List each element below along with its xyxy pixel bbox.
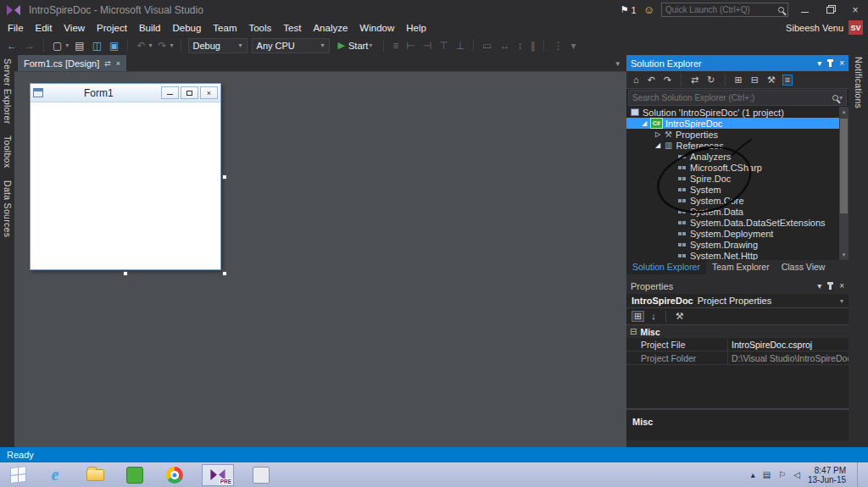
visual-studio-taskbar-button[interactable]: PRE bbox=[202, 464, 234, 486]
expander-icon[interactable]: ▷ bbox=[655, 130, 665, 138]
close-tab-icon[interactable]: × bbox=[116, 59, 120, 68]
property-value[interactable]: IntroSpireDoc.csproj bbox=[728, 338, 849, 351]
sidebar-tab-server-explorer[interactable]: Server Explorer bbox=[3, 58, 13, 124]
solution-platform-dropdown[interactable]: Any CPU ▾ bbox=[252, 38, 330, 53]
document-list-dropdown[interactable]: ▾ bbox=[615, 59, 626, 71]
volume-icon[interactable]: ◁ bbox=[793, 470, 800, 479]
start-debugging-button[interactable]: ▶ Start ▾ bbox=[334, 39, 377, 52]
forward-button[interactable]: ↷ bbox=[662, 75, 673, 86]
solution-configuration-dropdown[interactable]: Debug ▾ bbox=[188, 38, 248, 53]
solution-explorer-header[interactable]: Solution Explorer ▾ × bbox=[626, 55, 849, 71]
property-pages-button[interactable]: ⚒ bbox=[674, 311, 686, 322]
properties-object-dropdown[interactable]: IntroSpireDoc Project Properties ▾ bbox=[626, 294, 849, 308]
tree-scrollbar[interactable]: ▴ ▾ bbox=[839, 107, 849, 260]
sidebar-tab-data-sources[interactable]: Data Sources bbox=[3, 180, 13, 237]
window-position-dropdown-icon[interactable]: ▾ bbox=[817, 281, 821, 291]
account-avatar[interactable]: SV bbox=[849, 20, 863, 35]
tree-item-system-data-datasetextensions[interactable]: System.Data.DataSetExtensions bbox=[626, 217, 839, 228]
alphabetical-button[interactable]: ↓ bbox=[649, 311, 658, 322]
undo-button[interactable]: ↶ bbox=[135, 40, 147, 52]
categorized-button[interactable]: ⊞ bbox=[632, 311, 644, 322]
tree-item-spire-doc[interactable]: Spire.Doc bbox=[626, 173, 839, 184]
tab-class-view[interactable]: Class View bbox=[776, 260, 832, 274]
scrollbar-thumb[interactable] bbox=[840, 119, 848, 213]
close-panel-icon[interactable]: × bbox=[839, 58, 844, 68]
open-file-button[interactable]: ▤ bbox=[73, 40, 86, 52]
quick-launch-input[interactable] bbox=[665, 5, 778, 14]
scroll-up-icon[interactable]: ▴ bbox=[839, 108, 849, 115]
taskbar-clock[interactable]: 8:47 PM 13-Jun-15 bbox=[808, 466, 849, 484]
designer-surface[interactable]: Form1 × bbox=[14, 71, 626, 447]
menu-build[interactable]: Build bbox=[133, 21, 167, 35]
show-desktop-button[interactable] bbox=[857, 462, 861, 487]
toolbar-options-button[interactable]: ▾ bbox=[569, 40, 577, 52]
show-all-files-button[interactable]: ⊞ bbox=[733, 75, 744, 86]
scroll-down-icon[interactable]: ▾ bbox=[839, 252, 849, 258]
resize-handle-bottom[interactable] bbox=[123, 271, 128, 276]
keep-open-icon[interactable]: ⇄ bbox=[104, 59, 111, 68]
tree-item-system-core[interactable]: System.Core bbox=[626, 195, 839, 206]
resize-handle-bottom-right[interactable] bbox=[222, 271, 227, 276]
search-options-dropdown[interactable]: ▾ bbox=[839, 94, 843, 102]
show-output-button[interactable]: ≡ bbox=[391, 40, 400, 52]
account-name[interactable]: Sibeesh Venu bbox=[786, 23, 843, 33]
make-same-size-button[interactable]: ▭ bbox=[481, 40, 493, 52]
form-client-area[interactable] bbox=[31, 102, 220, 269]
menu-team[interactable]: Team bbox=[207, 21, 242, 35]
tree-item-properties[interactable]: ▷ ⚒ Properties bbox=[626, 129, 839, 140]
properties-header[interactable]: Properties ▾ × bbox=[626, 278, 849, 294]
menu-tools[interactable]: Tools bbox=[242, 21, 277, 35]
preview-selected-items-button[interactable]: ≡ bbox=[782, 75, 793, 86]
action-center-icon[interactable]: ⚐ bbox=[778, 470, 786, 479]
document-tab-form1[interactable]: Form1.cs [Design] ⇄ × bbox=[18, 55, 126, 71]
align-top-button[interactable]: ⊤ bbox=[437, 40, 449, 52]
notifications-flag-button[interactable]: ⚑ 1 bbox=[620, 4, 637, 15]
tree-item-system-data[interactable]: System.Data bbox=[626, 206, 839, 217]
menu-file[interactable]: File bbox=[2, 21, 30, 35]
start-dropdown[interactable]: ▾ bbox=[369, 42, 372, 49]
tree-item-system-deployment[interactable]: System.Deployment bbox=[626, 228, 839, 239]
sidebar-tab-toolbox[interactable]: Toolbox bbox=[3, 136, 13, 168]
property-value[interactable]: D:\Visual Studio\IntroSpireDoc\In bbox=[728, 351, 849, 364]
collapse-all-button[interactable]: ⊟ bbox=[749, 75, 760, 86]
tree-item-microsoft-csharp[interactable]: Microsoft.CSharp bbox=[626, 162, 839, 173]
form1-designer-window[interactable]: Form1 × bbox=[30, 83, 221, 270]
toolbar-overflow-button[interactable]: ⋮ bbox=[551, 40, 565, 52]
tab-team-explorer[interactable]: Team Explorer bbox=[706, 260, 776, 274]
new-file-button[interactable]: ▢ bbox=[51, 40, 64, 52]
property-row-project-folder[interactable]: Project Folder D:\Visual Studio\IntroSpi… bbox=[626, 351, 849, 365]
sync-with-active-document-button[interactable]: ⇄ bbox=[689, 75, 700, 86]
menu-view[interactable]: View bbox=[58, 21, 91, 35]
pin-icon[interactable] bbox=[829, 60, 832, 67]
solution-explorer-search-input[interactable] bbox=[632, 93, 829, 102]
app-taskbar-button[interactable] bbox=[248, 464, 274, 486]
menu-window[interactable]: Window bbox=[353, 21, 400, 35]
hidden-icons-chevron[interactable]: ▴ bbox=[751, 470, 755, 479]
tree-item-system[interactable]: System bbox=[626, 184, 839, 195]
home-button[interactable]: ⌂ bbox=[632, 75, 641, 86]
resize-handle-right[interactable] bbox=[222, 174, 227, 180]
save-button[interactable]: ◫ bbox=[91, 40, 103, 52]
horizontal-spacing-button[interactable]: ↔ bbox=[498, 40, 511, 52]
tree-item-introspiredoc[interactable]: ◢ C# IntroSpireDoc bbox=[626, 118, 839, 129]
pin-icon[interactable] bbox=[829, 283, 832, 290]
redo-button[interactable]: ↷ bbox=[156, 40, 168, 52]
refresh-button[interactable]: ↻ bbox=[705, 75, 716, 86]
tree-item-references[interactable]: ◢ ▥ References bbox=[626, 140, 839, 151]
feedback-smiley-icon[interactable]: ☺ bbox=[643, 3, 654, 16]
start-button[interactable] bbox=[0, 468, 36, 482]
properties-button[interactable]: ⚒ bbox=[765, 75, 777, 86]
back-button[interactable]: ↶ bbox=[646, 75, 657, 86]
property-row-project-file[interactable]: Project File IntroSpireDoc.csproj bbox=[626, 338, 849, 351]
restore-button[interactable] bbox=[821, 3, 839, 17]
tree-item-system-net-http[interactable]: System.Net.Http bbox=[626, 250, 839, 260]
sidebar-tab-notifications[interactable]: Notifications bbox=[854, 57, 864, 108]
redo-dropdown[interactable]: ▾ bbox=[170, 42, 174, 49]
collapse-section-icon[interactable]: ⊟ bbox=[630, 327, 637, 336]
tree-item-solution[interactable]: Solution 'IntroSpireDoc' (1 project) bbox=[626, 107, 839, 118]
internet-explorer-taskbar-button[interactable]: e bbox=[42, 464, 68, 486]
menu-project[interactable]: Project bbox=[91, 21, 133, 35]
navigate-back-button[interactable]: ← bbox=[5, 40, 19, 52]
undo-dropdown[interactable]: ▾ bbox=[148, 42, 152, 49]
tree-item-analyzers[interactable]: Analyzers bbox=[626, 151, 839, 162]
